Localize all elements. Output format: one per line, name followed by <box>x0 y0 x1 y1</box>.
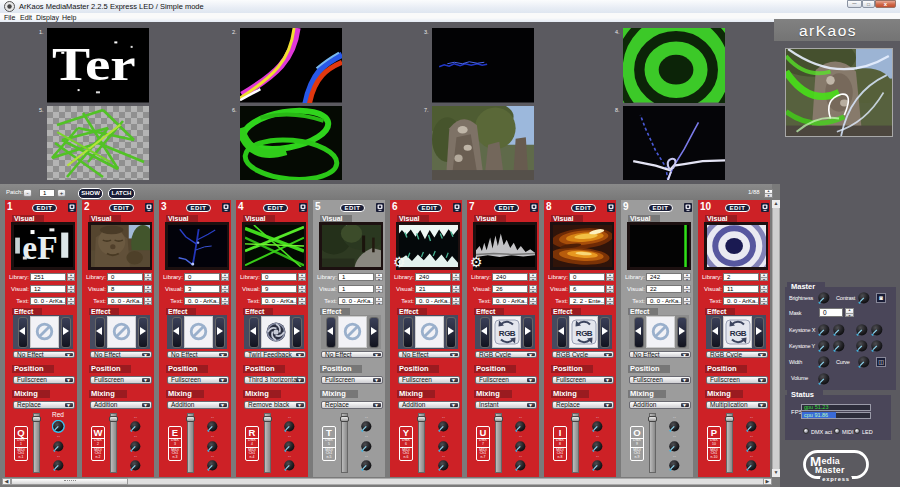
svg-text:express: express <box>822 476 850 482</box>
svg-text:eF: eF <box>22 230 57 266</box>
svg-text:RGB: RGB <box>729 329 746 338</box>
svg-text:RGB: RGB <box>575 329 592 338</box>
svg-text:Ter: Ter <box>52 39 136 90</box>
svg-text:RGB: RGB <box>498 329 515 338</box>
svg-text:Master: Master <box>815 465 845 475</box>
svg-text:edia: edia <box>822 456 840 466</box>
